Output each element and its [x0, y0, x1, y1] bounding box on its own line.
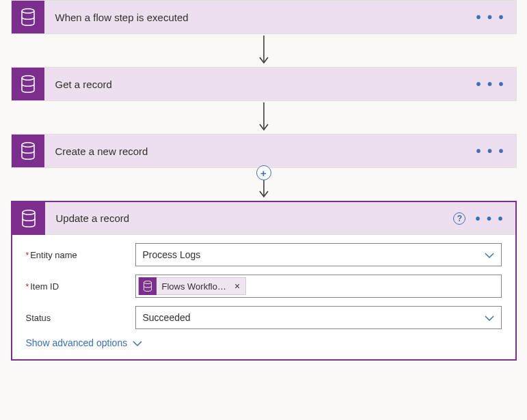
arrow-down-icon — [257, 34, 271, 67]
svg-point-0 — [22, 9, 34, 13]
status-dropdown[interactable]: Succeeded — [135, 306, 502, 329]
svg-point-6 — [23, 210, 35, 214]
label-text: Entity name — [30, 250, 77, 260]
flow-step-create-record: Create a new record • • • — [11, 134, 517, 168]
required-star-icon: * — [26, 251, 29, 260]
item-id-row: * Item ID Flows Workflo… × — [26, 275, 502, 298]
chevron-down-icon — [485, 311, 494, 324]
entity-name-row: * Entity name Process Logs — [26, 243, 502, 266]
step-header[interactable]: Update a record ? • • • — [12, 202, 515, 235]
database-icon — [12, 135, 44, 167]
more-icon[interactable]: • • • — [476, 144, 504, 158]
dropdown-value: Succeeded — [143, 312, 191, 323]
chevron-down-icon — [485, 249, 494, 261]
flow-step-get-record: Get a record • • • — [11, 67, 517, 101]
step-body: * Entity name Process Logs * Item ID — [12, 235, 515, 359]
more-icon[interactable]: • • • — [476, 10, 504, 24]
more-icon[interactable]: • • • — [476, 77, 504, 91]
step-header[interactable]: When a flow step is executed • • • — [12, 1, 516, 33]
add-step-button[interactable]: + — [256, 165, 271, 180]
step-actions: • • • — [476, 77, 515, 91]
entity-name-label: * Entity name — [26, 250, 135, 260]
arrow-down-icon — [257, 101, 271, 134]
step-actions: • • • — [476, 10, 515, 24]
link-text: Show advanced options — [26, 337, 128, 348]
more-icon[interactable]: • • • — [475, 212, 504, 225]
help-icon[interactable]: ? — [453, 212, 465, 225]
flow-connector — [257, 101, 271, 134]
dropdown-value: Process Logs — [143, 249, 201, 260]
step-header[interactable]: Get a record • • • — [12, 68, 516, 100]
database-icon — [12, 68, 44, 100]
label-text: Item ID — [30, 281, 59, 292]
required-star-icon: * — [26, 282, 29, 292]
item-id-label: * Item ID — [26, 281, 135, 292]
show-advanced-options-link[interactable]: Show advanced options — [26, 337, 502, 348]
database-icon — [139, 277, 157, 295]
step-title: When a flow step is executed — [44, 12, 476, 23]
chevron-down-icon — [133, 337, 142, 348]
svg-point-2 — [22, 76, 34, 80]
flow-step-trigger: When a flow step is executed • • • — [11, 0, 517, 34]
step-title: Update a record — [45, 212, 454, 224]
step-title: Get a record — [44, 79, 476, 90]
dynamic-content-token[interactable]: Flows Workflo… × — [138, 277, 247, 295]
flow-connector: + — [257, 168, 271, 201]
token-label: Flows Workflo… — [162, 281, 226, 292]
svg-point-7 — [144, 281, 151, 283]
svg-point-4 — [22, 143, 34, 147]
step-header[interactable]: Create a new record • • • — [12, 135, 516, 167]
step-actions: ? • • • — [453, 212, 515, 225]
flow-step-update-record: Update a record ? • • • * Entity name Pr… — [11, 201, 517, 361]
step-actions: • • • — [476, 144, 515, 158]
entity-name-dropdown[interactable]: Process Logs — [135, 243, 502, 266]
database-icon — [12, 1, 44, 33]
label-text: Status — [26, 313, 51, 323]
step-title: Create a new record — [44, 145, 476, 157]
status-row: Status Succeeded — [26, 306, 502, 329]
status-label: Status — [26, 313, 135, 323]
flow-connector — [257, 34, 271, 67]
close-icon[interactable]: × — [234, 281, 240, 292]
item-id-input[interactable]: Flows Workflo… × — [135, 275, 502, 298]
flow-container: When a flow step is executed • • • Get a… — [0, 0, 527, 361]
database-icon — [12, 202, 45, 235]
